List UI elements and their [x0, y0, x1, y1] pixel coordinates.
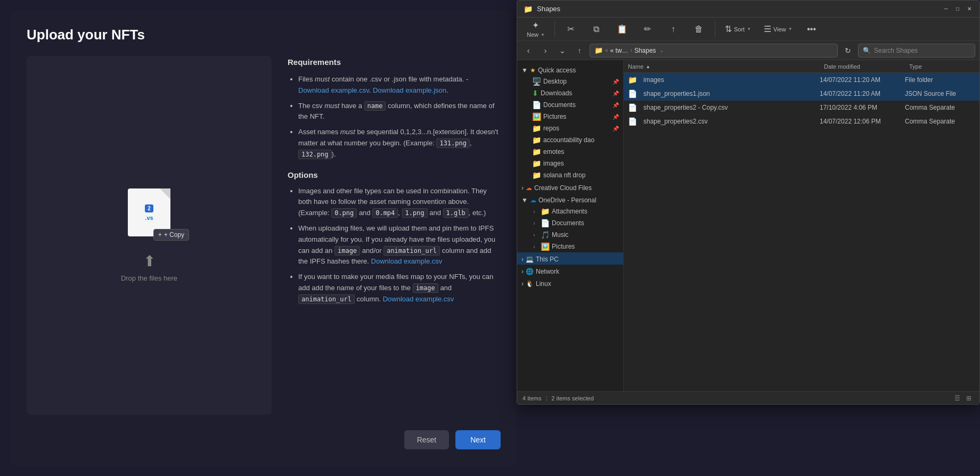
items-count: 4 items: [522, 395, 541, 401]
nav-item-documents[interactable]: 📄 Documents 📌: [517, 99, 623, 111]
nav-item-emotes[interactable]: 📁 emotes: [517, 146, 623, 158]
maximize-button[interactable]: □: [954, 5, 961, 13]
nav-expand-docs: ›: [530, 219, 538, 227]
download-csv-link-3[interactable]: Download example.csv: [383, 295, 454, 303]
rename-icon: ✏: [644, 24, 651, 34]
file-cell-type-json: JSON Source File: [903, 90, 977, 97]
nav-item-music[interactable]: › 🎵 Music: [517, 229, 623, 241]
csv-filename: shape_properties2.csv: [643, 118, 708, 125]
up-button[interactable]: ↑: [573, 44, 586, 58]
paste-toolbar-button[interactable]: 📋: [610, 22, 634, 36]
option-item-1: Images and other file types can be used …: [298, 186, 501, 219]
path-segment-shapes[interactable]: Shapes: [634, 47, 656, 54]
download-csv-link-2[interactable]: Download example.csv: [371, 257, 443, 265]
next-button[interactable]: Next: [455, 430, 501, 449]
close-button[interactable]: ✕: [966, 5, 973, 13]
large-icons-view-button[interactable]: ⊞: [963, 394, 974, 403]
back-button[interactable]: ‹: [521, 44, 535, 58]
new-dropdown-icon: ▼: [541, 32, 545, 37]
linux-icon: 🐧: [526, 280, 534, 288]
sort-toolbar-button[interactable]: ⇅ Sort ▼: [720, 22, 756, 36]
csv-icon: 📄: [628, 117, 637, 126]
nav-emotes-label: emotes: [543, 148, 564, 155]
network-header[interactable]: › 🌐 Network: [517, 265, 623, 277]
explorer-titlebar: 📁 Shapes ─ □ ✕: [517, 1, 979, 18]
address-path[interactable]: 📁 « « tw… › Shapes ⌄: [590, 44, 838, 58]
file-row-csv[interactable]: 📄 shape_properties2.csv 14/07/2022 12:06…: [624, 114, 979, 128]
path-segment-tw[interactable]: « tw…: [610, 47, 628, 54]
more-toolbar-button[interactable]: •••: [800, 22, 823, 36]
forward-button[interactable]: ›: [538, 44, 552, 58]
refresh-button[interactable]: ↻: [841, 44, 855, 58]
path-dropdown-chevron[interactable]: ⌄: [659, 47, 664, 53]
delete-toolbar-button[interactable]: 🗑: [687, 22, 710, 36]
nav-item-accountability[interactable]: 📁 accountability dao: [517, 134, 623, 146]
nav-item-repos[interactable]: 📁 repos 📌: [517, 122, 623, 134]
accountability-folder-icon: 📁: [532, 136, 541, 144]
minimize-button[interactable]: ─: [942, 5, 950, 13]
drop-zone[interactable]: 2 .vs + + Copy ⬆ Drop the files here: [27, 56, 272, 415]
onedrive-expand-icon: ▼: [521, 196, 528, 204]
repos-pin-icon: 📌: [612, 126, 619, 132]
new-toolbar-button[interactable]: ✦ New ▼: [521, 18, 550, 40]
nav-item-desktop[interactable]: 🖥️ Desktop 📌: [517, 76, 623, 87]
file-row-images[interactable]: 📁 images 14/07/2022 11:20 AM File folder: [624, 73, 979, 87]
rename-toolbar-button[interactable]: ✏: [636, 22, 659, 36]
file-list-header: Name ▲ Date modified Type: [624, 60, 979, 73]
file-row-csv-copy[interactable]: 📄 shape_properties2 - Copy.csv 17/10/202…: [624, 101, 979, 114]
nav-item-downloads[interactable]: ⬇ Downloads 📌: [517, 87, 623, 99]
json-file-icon: 📄: [628, 89, 637, 98]
option-item-2: When uploading files, we will upload the…: [298, 223, 501, 267]
file-icon-container: 2 .vs + + Copy: [128, 188, 170, 236]
copy-icon: ⧉: [593, 24, 599, 34]
linux-header[interactable]: › 🐧 Linux: [517, 277, 623, 289]
window-controls: ─ □ ✕: [942, 5, 973, 13]
nav-attachments-label: Attachments: [552, 208, 587, 215]
nav-item-docs[interactable]: › 📄 Documents: [517, 217, 623, 229]
onedrive-header[interactable]: ▼ ☁ OneDrive - Personal: [517, 193, 623, 206]
sort-icon: ⇅: [725, 24, 732, 34]
csv-copy-icon: 📄: [628, 103, 637, 112]
delete-icon: 🗑: [695, 24, 703, 34]
column-header-date[interactable]: Date modified: [820, 60, 905, 72]
nav-item-pictures-od[interactable]: › 🖼️ Pictures: [517, 241, 623, 252]
nav-item-images[interactable]: 📁 images: [517, 158, 623, 169]
new-icon: ✦: [532, 20, 539, 30]
download-json-link[interactable]: Download example.json: [373, 86, 446, 94]
column-header-type[interactable]: Type: [905, 60, 979, 72]
reset-button[interactable]: Reset: [404, 430, 450, 449]
nav-expand-pictures: [521, 112, 530, 121]
search-box[interactable]: 🔍 Search Shapes: [858, 44, 975, 58]
nav-item-attachments[interactable]: › 📁 Attachments: [517, 206, 623, 217]
requirement-item-1: Files must contain one .csv or .json fil…: [298, 74, 501, 96]
nav-item-pictures[interactable]: 🖼️ Pictures 📌: [517, 111, 623, 122]
quick-access-header[interactable]: ▼ ★ Quick access: [517, 63, 623, 76]
code-animation-url: animation_url: [383, 246, 440, 256]
file-list: Name ▲ Date modified Type 📁 images 14/07…: [624, 60, 979, 391]
example-code-2: 132.png: [298, 150, 332, 159]
download-csv-link-1[interactable]: Download example.csv: [298, 86, 369, 94]
copy-toolbar-button[interactable]: ⧉: [585, 22, 608, 36]
column-header-name[interactable]: Name ▲: [624, 60, 820, 72]
expand-button[interactable]: ⌄: [556, 44, 569, 58]
view-toolbar-button[interactable]: ☰ View ▼: [758, 22, 798, 36]
desktop-pin-icon: 📌: [612, 79, 619, 85]
quick-access-label: Quick access: [538, 67, 576, 74]
creative-cloud-header[interactable]: › ☁ Creative Cloud Files: [517, 181, 623, 193]
cut-toolbar-button[interactable]: ✂: [559, 22, 583, 36]
code-image-2: image: [413, 283, 438, 293]
this-pc-header[interactable]: › 💻 This PC: [517, 252, 623, 265]
file-cell-date-csv-copy: 17/10/2022 4:06 PM: [818, 104, 903, 111]
sort-dropdown-icon: ▼: [747, 27, 751, 31]
share-toolbar-button[interactable]: ↑: [662, 22, 685, 36]
code-1glb: 1.glb: [443, 208, 469, 218]
file-row-json[interactable]: 📄 shape_properties1.json 14/07/2022 11:2…: [624, 87, 979, 101]
desktop-folder-icon: 🖥️: [532, 77, 541, 86]
status-separator: |: [545, 395, 547, 401]
nav-item-solana[interactable]: 📁 solana nft drop: [517, 169, 623, 181]
nav-solana-label: solana nft drop: [543, 171, 585, 179]
options-list: Images and other file types can be used …: [288, 186, 501, 305]
details-view-button[interactable]: ☰: [952, 394, 962, 403]
path-arrow-2: ›: [631, 47, 632, 53]
nav-downloads-label: Downloads: [541, 89, 572, 97]
